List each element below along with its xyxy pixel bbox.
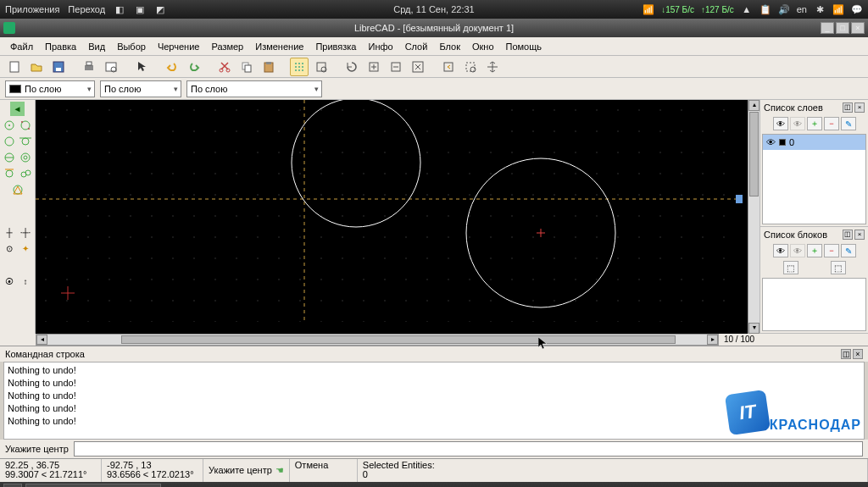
zoom-in-button[interactable] <box>364 58 383 76</box>
open-button[interactable] <box>27 58 46 76</box>
zoom-out-button[interactable] <box>387 58 405 76</box>
block-insert-button[interactable]: ⬚ <box>783 261 798 274</box>
apps-menu[interactable]: Приложения <box>5 4 59 14</box>
layer-color-combo[interactable]: По слою <box>5 80 95 97</box>
redo-button[interactable] <box>185 58 203 76</box>
panel-float-button[interactable]: ◫ <box>841 349 851 359</box>
circle-diam-tool[interactable] <box>3 150 17 164</box>
menu-layer[interactable]: Слой <box>400 40 433 53</box>
keyboard-lang[interactable]: en <box>797 4 807 14</box>
blocks-title: Список блоков <box>764 230 827 240</box>
new-button[interactable] <box>5 58 24 76</box>
lock-tool[interactable]: ↕ <box>19 274 33 289</box>
menu-snap[interactable]: Привязка <box>310 40 361 53</box>
linetype-combo[interactable]: По слою <box>186 80 322 97</box>
print-button[interactable] <box>80 58 98 76</box>
taskbar-app[interactable]: LibreCAD - [безымянны... <box>25 484 161 487</box>
layer-show-icon[interactable]: 👁 <box>773 117 788 130</box>
circle-3p-tool[interactable] <box>3 134 17 148</box>
menu-file[interactable]: Файл <box>5 40 38 53</box>
snap-endpoint-tool[interactable]: ┼ <box>3 225 17 240</box>
snap-center-tool[interactable]: ⊙ <box>3 241 17 256</box>
block-remove-button[interactable]: － <box>824 244 839 257</box>
command-log[interactable]: Nothing to undo! Nothing to undo! Nothin… <box>3 362 865 440</box>
circle-inscr-tool[interactable] <box>10 182 25 196</box>
layer-edit-button[interactable]: ✎ <box>841 117 856 130</box>
circle-center-tool[interactable] <box>3 118 17 132</box>
snap-mid-tool[interactable]: ·┼· <box>19 225 33 240</box>
block-edit-button[interactable]: ✎ <box>841 244 856 257</box>
print-preview-button[interactable] <box>102 58 120 76</box>
menu-window[interactable]: Окно <box>467 40 499 53</box>
pointer-button[interactable] <box>132 58 151 76</box>
panel-float-button[interactable]: ◫ <box>843 230 853 240</box>
show-desktop-button[interactable]: ▢ <box>3 484 22 487</box>
menu-help[interactable]: Помощь <box>501 40 548 53</box>
wifi-icon[interactable]: 📶 <box>832 3 844 15</box>
menu-dimension[interactable]: Размер <box>206 40 248 53</box>
block-hide-icon[interactable]: 👁 <box>790 244 805 257</box>
menu-block[interactable]: Блок <box>434 40 465 53</box>
zoom-fit-button[interactable] <box>409 58 427 76</box>
layer-remove-button[interactable]: － <box>824 117 839 130</box>
svg-point-16 <box>295 66 297 68</box>
menu-select[interactable]: Выбор <box>112 40 151 53</box>
cut-button[interactable] <box>215 58 234 76</box>
menu-draw[interactable]: Черчение <box>153 40 205 53</box>
save-button[interactable] <box>49 58 68 76</box>
restrict-tool[interactable]: ⦿ <box>3 274 17 289</box>
circle-concentric-tool[interactable] <box>19 150 33 164</box>
menu-edit[interactable]: Правка <box>40 40 81 53</box>
menu-view[interactable]: Вид <box>83 40 110 53</box>
command-input[interactable] <box>74 441 863 457</box>
paste-button[interactable] <box>259 58 278 76</box>
horizontal-scrollbar[interactable]: ◂ ▸ <box>36 334 719 346</box>
panel-float-button[interactable]: ◫ <box>843 102 853 113</box>
draft-button[interactable] <box>312 58 331 76</box>
bluetooth-icon[interactable]: ✱ <box>814 3 826 15</box>
tray-icon[interactable]: ◧ <box>114 3 125 15</box>
window-titlebar[interactable]: LibreCAD - [безымянный документ 1] _ □ × <box>0 19 868 37</box>
minimize-button[interactable]: _ <box>821 22 834 34</box>
zoom-pan-button[interactable] <box>483 58 502 76</box>
panel-close-button[interactable]: × <box>853 349 863 359</box>
network-icon[interactable]: 📶 <box>643 3 654 15</box>
layer-add-button[interactable]: ＋ <box>807 117 822 130</box>
vertical-scrollbar[interactable]: ▴ ▾ <box>748 100 760 334</box>
layer-hide-icon[interactable]: 👁 <box>790 117 805 130</box>
status-coords-abs: 92.25 , 36.7599.3007 < 21.7211° <box>0 459 102 482</box>
layer-row[interactable]: 👁 0 <box>763 135 865 150</box>
menu-modify[interactable]: Изменение <box>250 40 309 53</box>
block-save-button[interactable]: ⬚ <box>831 261 846 274</box>
copy-button[interactable] <box>237 58 256 76</box>
panel-close-button[interactable]: × <box>854 102 865 113</box>
refresh-button[interactable] <box>342 58 361 76</box>
block-add-button[interactable]: ＋ <box>807 244 822 257</box>
vlc-icon[interactable]: ▲ <box>741 3 753 15</box>
block-show-icon[interactable]: 👁 <box>773 244 788 257</box>
snap-node-tool[interactable]: ✦ <box>19 241 33 256</box>
close-button[interactable]: × <box>851 22 865 34</box>
circle-2p-tool[interactable] <box>19 118 33 132</box>
undo-button[interactable] <box>163 58 181 76</box>
back-tool[interactable]: ◄ <box>10 102 25 116</box>
tray-icon[interactable]: ◩ <box>154 3 166 15</box>
grid-button[interactable] <box>290 58 309 76</box>
drawing-canvas[interactable] <box>36 100 748 334</box>
zoom-window-button[interactable] <box>461 58 480 76</box>
lineweight-combo[interactable]: По слою <box>100 80 181 97</box>
maximize-button[interactable]: □ <box>836 22 849 34</box>
circle-tan-tool[interactable] <box>19 134 33 148</box>
menu-info[interactable]: Инфо <box>363 40 398 53</box>
chat-icon[interactable]: 💬 <box>851 3 863 15</box>
clock[interactable]: Срд, 11 Сен, 22:31 <box>393 4 474 14</box>
tray-icon[interactable]: ▣ <box>134 3 146 15</box>
circle-t3-tool[interactable] <box>19 166 33 180</box>
panel-close-button[interactable]: × <box>854 230 865 240</box>
volume-icon[interactable]: 🔊 <box>778 3 790 15</box>
places-menu[interactable]: Переход <box>68 4 105 14</box>
circle-t2-tool[interactable] <box>3 166 17 180</box>
clipboard-icon[interactable]: 📋 <box>760 3 771 15</box>
zoom-prev-button[interactable] <box>439 58 458 76</box>
eye-icon[interactable]: 👁 <box>766 137 776 147</box>
